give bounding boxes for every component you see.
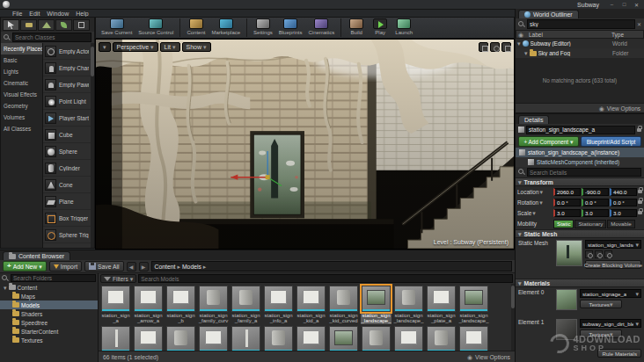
- rotation-z-field[interactable]: 0.0 °: [610, 199, 637, 206]
- minimize-button[interactable]: [607, 1, 617, 9]
- place-item-cube[interactable]: Cube: [43, 127, 91, 143]
- asset-grid-scrollbar[interactable]: [511, 284, 515, 351]
- maximize-button[interactable]: [619, 1, 629, 9]
- menu-help[interactable]: Help: [76, 11, 88, 17]
- place-item-cylinder[interactable]: Cylinder: [43, 160, 91, 177]
- asset-item[interactable]: station_sign_info_a: [263, 286, 294, 324]
- asset-item[interactable]: [133, 326, 164, 351]
- maximize-viewport-icon[interactable]: [501, 42, 511, 52]
- asset-item[interactable]: [165, 326, 196, 351]
- asset-item[interactable]: [296, 326, 326, 351]
- place-item-sphere-trigger[interactable]: Sphere Trig: [43, 227, 91, 243]
- asset-item[interactable]: [458, 326, 489, 351]
- asset-item[interactable]: station_sign_kid_curved_a: [328, 286, 359, 324]
- folder-search-input[interactable]: [11, 274, 96, 282]
- scale-x-field[interactable]: 3.0: [553, 209, 581, 217]
- details-tab[interactable]: Details: [518, 115, 549, 124]
- asset-item-selected[interactable]: station_sign_landscape_a: [361, 286, 392, 324]
- asset-item[interactable]: [361, 326, 392, 351]
- content-view-options[interactable]: View Options: [475, 354, 510, 360]
- caret-down-icon[interactable]: [532, 210, 536, 216]
- rotation-y-field[interactable]: 0.0 °: [582, 199, 609, 206]
- perspective-button[interactable]: Perspective: [113, 42, 158, 52]
- mobility-static-button[interactable]: Static: [553, 220, 574, 228]
- content-browser-tab[interactable]: Content Browser: [3, 251, 70, 260]
- outliner-row-folder[interactable]: Sky and Fog Folder: [516, 48, 644, 58]
- asset-item[interactable]: [393, 326, 424, 351]
- asset-item[interactable]: [426, 326, 457, 351]
- caret-down-icon[interactable]: [539, 199, 543, 206]
- asset-item[interactable]: station_sign_b: [165, 286, 196, 324]
- type-column-header[interactable]: Type: [611, 32, 641, 38]
- import-button[interactable]: Import: [49, 261, 82, 272]
- caret-down-icon[interactable]: [540, 189, 544, 195]
- tree-item-speedtree[interactable]: Speedtree: [0, 318, 98, 327]
- place-item-point-light[interactable]: Point Light: [43, 93, 91, 110]
- rotation-x-field[interactable]: 0.0 °: [553, 199, 581, 206]
- filters-button[interactable]: Filters: [100, 274, 136, 283]
- scale-z-field[interactable]: 3.0: [610, 209, 637, 217]
- blueprints-button[interactable]: Blueprints: [276, 18, 305, 35]
- geometry-mode-tab[interactable]: [73, 19, 90, 31]
- use-selected-asset-icon[interactable]: [595, 250, 603, 258]
- materials-section-header[interactable]: Materials: [516, 279, 644, 287]
- component-row[interactable]: StaticMeshComponent (Inherited): [516, 157, 644, 167]
- world-outliner-tab[interactable]: World Outliner: [518, 10, 579, 18]
- actor-name-field[interactable]: station_sign_landscape_a: [526, 126, 635, 134]
- rotation-label[interactable]: Rotation: [517, 199, 538, 206]
- view-mode-button[interactable]: Lit: [160, 42, 180, 52]
- expand-arrow-icon[interactable]: [524, 50, 528, 56]
- foliage-mode-tab[interactable]: [55, 19, 72, 31]
- place-item-sphere[interactable]: Sphere: [43, 143, 91, 160]
- mobility-stationary-button[interactable]: Stationary: [574, 220, 606, 228]
- tree-item-textures[interactable]: Textures: [0, 336, 98, 344]
- save-all-button[interactable]: Save All: [84, 261, 124, 272]
- mobility-movable-button[interactable]: Movable: [607, 220, 634, 228]
- material-1-combo[interactable]: subway_sign_dirt_blend: [580, 319, 641, 328]
- category-recently-placed[interactable]: Recently Placed: [1, 43, 42, 54]
- place-item-box-trigger[interactable]: Box Trigger: [43, 210, 91, 227]
- asset-item[interactable]: station_sign_family_curved_a: [198, 286, 229, 324]
- back-button[interactable]: [127, 262, 136, 272]
- place-item-plane[interactable]: Plane: [43, 193, 91, 210]
- lock-icon[interactable]: [638, 211, 642, 214]
- place-item-empty-character[interactable]: Empty Chara: [43, 60, 91, 76]
- asset-item[interactable]: [263, 326, 294, 351]
- asset-item[interactable]: station_sign_plate_a: [426, 286, 457, 324]
- expand-arrow-icon[interactable]: [4, 285, 7, 291]
- expand-arrow-icon[interactable]: [517, 40, 521, 47]
- category-basic[interactable]: Basic: [1, 54, 42, 66]
- location-y-field[interactable]: -900.0: [582, 188, 609, 196]
- place-item-cone[interactable]: Cone: [43, 177, 91, 193]
- outliner-row-world[interactable]: Subway (Editor) World: [516, 39, 644, 48]
- material-1-textures-button[interactable]: Textures: [580, 329, 622, 338]
- launch-button[interactable]: Launch: [392, 18, 415, 35]
- settings-button[interactable]: Settings: [251, 18, 275, 35]
- camera-speed-icon[interactable]: [490, 42, 500, 52]
- scale-label[interactable]: Scale: [517, 210, 531, 216]
- tree-item-maps[interactable]: Maps: [0, 292, 98, 300]
- location-x-field[interactable]: 2060.0: [553, 188, 581, 196]
- asset-item[interactable]: [328, 326, 359, 351]
- add-component-button[interactable]: + Add Component: [518, 136, 579, 147]
- place-item-empty-actor[interactable]: Empty Actor: [43, 43, 91, 60]
- rule-materials-button[interactable]: Rule Materials: [597, 349, 641, 358]
- menu-file[interactable]: File: [12, 11, 22, 17]
- create-blocking-volume-button[interactable]: Create Blocking Volume: [585, 260, 641, 269]
- browse-to-asset-icon[interactable]: [585, 250, 593, 258]
- place-item-empty-pawn[interactable]: Empty Pawn: [43, 76, 91, 93]
- close-button[interactable]: [632, 1, 641, 9]
- forward-button[interactable]: [139, 262, 149, 272]
- lock-icon[interactable]: [638, 190, 642, 193]
- menu-window[interactable]: Window: [47, 11, 69, 17]
- reset-asset-icon[interactable]: [604, 250, 612, 258]
- asset-item[interactable]: [231, 326, 261, 351]
- category-volumes[interactable]: Volumes: [1, 112, 42, 123]
- modes-scrollbar[interactable]: [91, 43, 94, 248]
- material-0-combo[interactable]: station_signage_a: [580, 289, 641, 298]
- static-mesh-thumbnail[interactable]: [556, 240, 582, 266]
- tree-item-shaders[interactable]: Shaders: [0, 309, 98, 318]
- material-0-thumbnail[interactable]: [556, 289, 577, 310]
- material-0-textures-button[interactable]: Textures: [580, 300, 622, 308]
- classes-search-input[interactable]: [12, 33, 91, 42]
